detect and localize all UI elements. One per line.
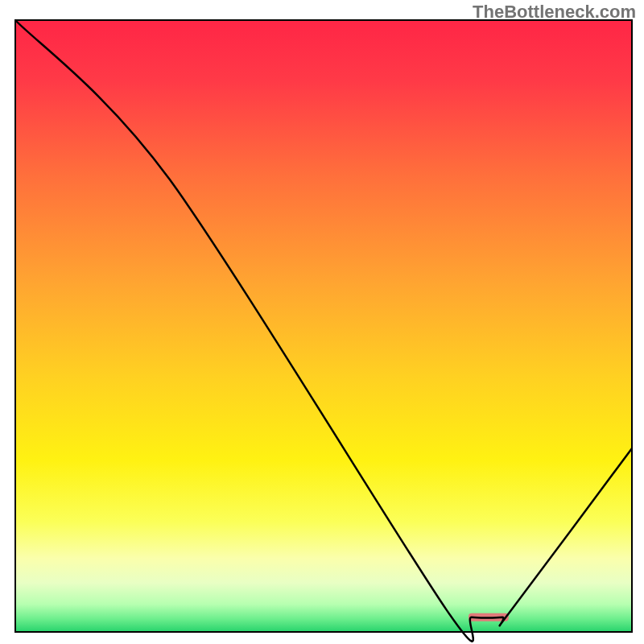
bottleneck-chart bbox=[0, 0, 644, 644]
chart-background bbox=[15, 20, 632, 632]
watermark-text: TheBottleneck.com bbox=[473, 2, 636, 23]
chart-container: TheBottleneck.com bbox=[0, 0, 644, 644]
